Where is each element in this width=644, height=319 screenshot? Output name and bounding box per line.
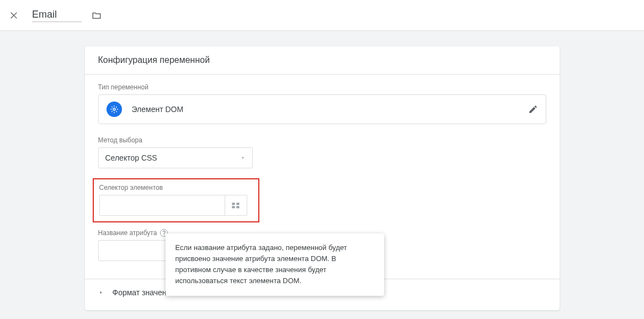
gear-icon <box>107 102 122 117</box>
method-select-value: Селектор CSS <box>105 153 157 162</box>
card-body: Тип переменной Элемент DOM Метод выбора … <box>85 75 560 310</box>
help-tooltip: Если название атрибута задано, переменно… <box>166 233 384 296</box>
selector-label: Селектор элементов <box>99 184 253 192</box>
workspace: Конфигурация переменной Тип переменной Э… <box>0 31 644 319</box>
attribute-label: Название атрибута <box>98 229 157 237</box>
edit-icon[interactable] <box>528 104 538 114</box>
method-label: Метод выбора <box>98 136 546 144</box>
svg-point-0 <box>113 108 115 110</box>
type-label: Тип переменной <box>98 83 546 91</box>
svg-rect-4 <box>236 206 239 208</box>
svg-rect-1 <box>232 203 235 205</box>
svg-rect-3 <box>232 206 235 208</box>
topbar <box>0 0 644 31</box>
title-input[interactable] <box>32 9 82 20</box>
attribute-input[interactable] <box>98 240 175 261</box>
selector-highlight: Селектор элементов <box>93 178 259 222</box>
chevron-down-icon <box>240 155 246 161</box>
folder-icon[interactable] <box>92 10 102 20</box>
close-icon[interactable] <box>9 10 19 20</box>
variable-type-row[interactable]: Элемент DOM <box>98 94 546 124</box>
method-select[interactable]: Селектор CSS <box>98 147 253 168</box>
variable-type-name: Элемент DOM <box>132 105 528 114</box>
chevron-right-icon <box>98 290 104 295</box>
selector-input[interactable] <box>100 195 225 215</box>
config-card: Конфигурация переменной Тип переменной Э… <box>85 46 560 310</box>
svg-rect-2 <box>236 203 239 205</box>
variable-picker-icon[interactable] <box>225 195 247 215</box>
title-input-wrap <box>32 9 82 22</box>
selector-input-row <box>99 195 247 216</box>
card-header: Конфигурация переменной <box>85 46 560 75</box>
